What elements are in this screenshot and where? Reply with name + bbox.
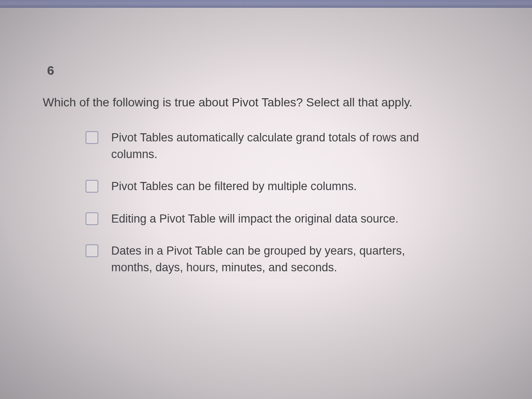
option-row: Editing a Pivot Table will impact the or…: [86, 211, 489, 227]
option-checkbox-4[interactable]: [86, 244, 98, 257]
option-label: Dates in a Pivot Table can be grouped by…: [111, 243, 436, 276]
option-row: Pivot Tables can be filtered by multiple…: [86, 178, 489, 195]
question-container: 6 Which of the following is true about P…: [0, 8, 532, 276]
option-label: Pivot Tables can be filtered by multiple…: [111, 178, 357, 195]
option-label: Editing a Pivot Table will impact the or…: [111, 211, 399, 227]
option-label: Pivot Tables automatically calculate gra…: [111, 129, 436, 163]
option-row: Pivot Tables automatically calculate gra…: [86, 129, 489, 163]
option-checkbox-3[interactable]: [86, 212, 98, 225]
question-prompt: Which of the following is true about Piv…: [43, 94, 489, 111]
options-list: Pivot Tables automatically calculate gra…: [43, 129, 489, 276]
option-checkbox-2[interactable]: [86, 180, 98, 193]
option-checkbox-1[interactable]: [86, 131, 98, 144]
question-number: 6: [47, 63, 489, 78]
option-row: Dates in a Pivot Table can be grouped by…: [86, 243, 489, 276]
window-top-bar: [0, 0, 532, 8]
